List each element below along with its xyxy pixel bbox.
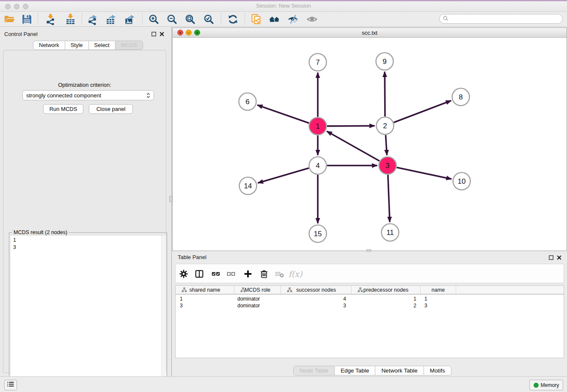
- result-scrollbar[interactable]: [161, 236, 165, 391]
- import-table-button[interactable]: [63, 12, 78, 26]
- open-session-button[interactable]: [2, 12, 17, 26]
- graph-edge-2-3[interactable]: [385, 135, 387, 155]
- graph-node-11[interactable]: 11: [382, 224, 399, 241]
- unselect-all-columns-button[interactable]: [224, 267, 238, 281]
- export-table-button[interactable]: [103, 12, 118, 26]
- control-tab-mcds[interactable]: MCDS: [115, 41, 143, 50]
- graph-node-2[interactable]: 2: [377, 117, 394, 135]
- graph-edge-1-6[interactable]: [257, 105, 309, 123]
- list-icon: [6, 381, 15, 389]
- clone-network-button[interactable]: [248, 12, 264, 26]
- graph-node-9[interactable]: 9: [376, 53, 394, 70]
- refresh-layout-icon: [227, 14, 239, 25]
- table-row[interactable]: 3dominator323: [176, 302, 564, 309]
- network-view-window: × − + scc.txt 1234678910111415: [172, 28, 567, 251]
- eye-slash-icon: [287, 14, 299, 25]
- zoom-fit-button[interactable]: [182, 12, 198, 26]
- control-tab-network[interactable]: Network: [33, 41, 65, 50]
- close-panel-icon[interactable]: [159, 31, 165, 39]
- control-panel-tabs: NetworkStyleSelectMCDS: [33, 41, 143, 50]
- table-settings-button[interactable]: [177, 267, 190, 281]
- graph-node-4[interactable]: 4: [309, 157, 327, 174]
- graph-node-3[interactable]: 3: [379, 157, 396, 174]
- delete-columns-button[interactable]: [257, 267, 271, 281]
- create-column-button[interactable]: [241, 267, 255, 281]
- zoom-selected-button[interactable]: [201, 12, 216, 26]
- status-list-button[interactable]: [4, 380, 17, 390]
- optimization-criterion-label: Optimization criterion:: [3, 82, 166, 88]
- search-field[interactable]: [439, 14, 563, 24]
- graph-node-15[interactable]: 15: [309, 225, 327, 243]
- export-image-icon: [124, 14, 135, 25]
- main-toolbar: [0, 12, 567, 27]
- column-header-successor-nodes[interactable]: successor nodes: [281, 286, 352, 294]
- column-header-predecessor-nodes[interactable]: predecessor nodes: [352, 286, 421, 294]
- control-tab-select[interactable]: Select: [88, 41, 116, 50]
- graph-edge-3-10[interactable]: [397, 168, 452, 179]
- cell-name: 3: [421, 302, 456, 309]
- splitter-grip[interactable]: [169, 196, 172, 202]
- graph-edge-3-11[interactable]: [388, 175, 390, 222]
- table-panel-title: Table Panel: [178, 254, 206, 260]
- table-row[interactable]: 1dominator411: [176, 295, 564, 302]
- graph-edge-1-2[interactable]: [327, 126, 375, 126]
- run-mcds-button[interactable]: Run MCDS: [43, 104, 83, 114]
- show-columns-button[interactable]: [193, 267, 206, 281]
- export-image-button[interactable]: [122, 12, 137, 26]
- svg-text:15: 15: [314, 230, 322, 238]
- graph-edge-3-1[interactable]: [327, 131, 380, 161]
- float-panel-icon[interactable]: [151, 31, 157, 39]
- graph-edge-4-14[interactable]: [258, 168, 309, 183]
- network-canvas[interactable]: 1234678910111415: [173, 38, 567, 251]
- graph-node-6[interactable]: 6: [239, 93, 256, 110]
- graph-node-7[interactable]: 7: [309, 54, 327, 71]
- show-panel-button[interactable]: [304, 12, 319, 26]
- mcds-panel: Optimization criterion: strongly connect…: [3, 50, 166, 373]
- criterion-dropdown[interactable]: strongly connected component: [22, 90, 154, 100]
- zoom-selected-icon: [203, 14, 215, 25]
- float-table-panel-icon[interactable]: [548, 254, 554, 262]
- select-all-icon: [211, 269, 221, 279]
- mcds-result-text[interactable]: 1 3: [11, 236, 166, 391]
- graph-edge-2-9[interactable]: [385, 72, 385, 117]
- mcds-result-legend: MCDS result (2 nodes): [12, 229, 69, 235]
- tree-icon: [179, 287, 184, 293]
- svg-text:10: 10: [458, 177, 466, 185]
- close-panel-button[interactable]: Close panel: [89, 104, 133, 114]
- memory-button[interactable]: Memory: [529, 380, 563, 390]
- export-network-button[interactable]: [85, 12, 100, 26]
- column-header-name[interactable]: name: [421, 286, 456, 294]
- import-network-button[interactable]: [43, 12, 58, 26]
- save-session-button[interactable]: [19, 12, 34, 26]
- close-table-panel-icon[interactable]: [556, 254, 562, 262]
- cell-predecessor-nodes: 2: [352, 302, 421, 309]
- apply-layout-button[interactable]: [225, 12, 240, 26]
- graph-edge-2-8[interactable]: [394, 101, 451, 123]
- status-bar: Memory: [0, 376, 567, 392]
- export-network-icon: [87, 14, 98, 25]
- column-header-shared-name[interactable]: shared name: [176, 286, 234, 294]
- select-all-columns-button[interactable]: [209, 267, 223, 281]
- zoom-out-button[interactable]: [164, 12, 179, 26]
- table-tab-motifs[interactable]: Motifs: [424, 366, 451, 375]
- cell-shared-name: 3: [176, 302, 234, 309]
- titlebar-accent: [0, 0, 567, 1]
- graph-node-1[interactable]: 1: [309, 118, 327, 135]
- table-tab-node-table[interactable]: Node Table: [293, 366, 335, 375]
- home-networks-button[interactable]: [267, 12, 282, 26]
- graph-node-8[interactable]: 8: [452, 88, 470, 106]
- network-window-title: scc.txt: [173, 30, 567, 36]
- table-panel: Table Panel f(x) shared nameMCDS rolesuc…: [172, 252, 567, 376]
- hide-panel-button[interactable]: [285, 12, 300, 26]
- control-tab-style[interactable]: Style: [65, 41, 89, 50]
- column-header-MCDS-role[interactable]: MCDS role: [234, 286, 281, 294]
- delete-table-button: [272, 267, 286, 281]
- zoom-in-button[interactable]: [146, 12, 161, 26]
- search-input[interactable]: [449, 15, 562, 23]
- panel-splitter[interactable]: [169, 27, 172, 376]
- table-tab-edge-table[interactable]: Edge Table: [334, 366, 375, 375]
- table-tab-network-table[interactable]: Network Table: [375, 366, 424, 375]
- graph-node-10[interactable]: 10: [453, 173, 471, 190]
- graph-node-14[interactable]: 14: [239, 177, 257, 195]
- home-networks-icon: [269, 14, 280, 25]
